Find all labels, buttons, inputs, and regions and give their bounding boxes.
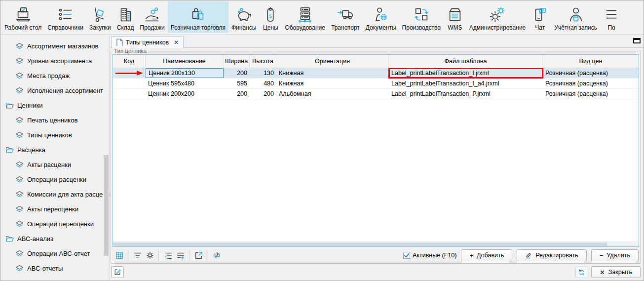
sidebar-item[interactable]: Уровни ассортимента (0, 53, 110, 68)
equipment-server-icon (297, 6, 313, 23)
module-button[interactable]: Транспорт (328, 1, 363, 33)
grid-toolbar: 123 Активные (F10) (113, 247, 639, 262)
cell-width[interactable]: 595 (224, 79, 250, 88)
sidebar-item[interactable]: Ассортимент магазинов (0, 39, 110, 53)
cell-orientation[interactable]: Книжная (276, 79, 389, 88)
sidebar-item[interactable]: Акты переоценки (0, 201, 110, 216)
module-label: Администрирование (469, 24, 526, 31)
checkbox-checked-icon[interactable] (403, 252, 410, 259)
module-button[interactable]: Учётная запись (551, 1, 600, 33)
sidebar-item[interactable]: АВС-отчеты (0, 261, 110, 276)
table-row[interactable]: Ценник 200х130200130КнижнаяLabel_printLa… (113, 68, 639, 79)
table-grid-icon[interactable] (113, 250, 126, 261)
module-label: Чат (535, 24, 545, 31)
delete-button[interactable]: − Удалить (591, 249, 639, 261)
maximize-window-icon[interactable] (633, 38, 641, 43)
module-button[interactable]: Розничная торговля (168, 1, 228, 33)
refresh-cycle-icon[interactable] (207, 250, 223, 261)
row-numbers-icon[interactable]: 123 (158, 250, 174, 261)
cell-height[interactable]: 480 (250, 79, 276, 88)
cell-code[interactable] (113, 68, 146, 78)
horizontal-scrollbar[interactable] (113, 241, 639, 246)
sidebar-item[interactable]: Операции переоценки (0, 216, 110, 231)
sidebar-item[interactable]: Операции расценки (0, 172, 110, 187)
module-button[interactable]: WMS (444, 1, 466, 33)
cell-price_type[interactable]: Розничная (расценка) (543, 79, 639, 88)
cell-code[interactable] (113, 89, 146, 99)
edit-form-button[interactable] (111, 266, 124, 278)
sidebar-item-label: Акты расценки (27, 161, 71, 168)
cell-template_file[interactable]: Label_printLabelTransaction_I_a4.jrxml (389, 79, 543, 88)
active-filter[interactable]: Активные (F10) (403, 252, 456, 259)
scrollbar-thumb[interactable] (104, 155, 109, 256)
price-tag-table: КодНаименованиеШиринаВысотаОриентацияФай… (113, 54, 639, 247)
cell-price_type[interactable]: Розничная (расценка) (543, 89, 639, 99)
module-button[interactable]: Финансы (228, 1, 259, 33)
sidebar-item[interactable]: Комиссии для акта расценки (0, 187, 110, 201)
module-label: Учётная запись (554, 24, 597, 31)
cell-orientation[interactable]: Альбомная (276, 89, 389, 99)
cell-name[interactable]: Ценник 200х130 (146, 68, 224, 78)
cell-orientation[interactable]: Книжная (276, 68, 389, 78)
tab-price-tag-types[interactable]: Типы ценников ✕ (112, 36, 184, 48)
column-header-code[interactable]: Код (113, 55, 146, 68)
sidebar-item[interactable]: Ценники (0, 98, 110, 113)
module-button[interactable]: Администрирование (466, 1, 529, 33)
tab-label: Типы ценников (126, 39, 169, 46)
sidebar-item[interactable]: Операции АВС-отчет (0, 246, 110, 261)
refresh-button[interactable] (575, 266, 588, 278)
table-row[interactable]: Ценник 595х480595480КнижнаяLabel_printLa… (113, 79, 639, 89)
module-button[interactable]: Производство (399, 1, 444, 33)
cell-height[interactable]: 200 (250, 89, 276, 99)
open-external-icon[interactable] (189, 250, 205, 261)
column-header-template_file[interactable]: Файл шаблона (389, 55, 543, 68)
module-button[interactable]: Чат (529, 1, 551, 33)
cell-template_file[interactable]: Label_printLabelTransaction_I.jrxml (389, 68, 543, 78)
module-label: Рабочий стол (4, 24, 41, 31)
module-button[interactable]: По (600, 1, 623, 33)
cell-name[interactable]: Ценник 595х480 (146, 79, 224, 88)
svg-text:$: $ (269, 12, 272, 19)
cell-price_type[interactable]: Розничная (расценка) (543, 68, 639, 78)
edit-button[interactable]: Редактировать (517, 249, 586, 261)
sidebar-item[interactable]: Расценка (0, 142, 110, 157)
add-row-icon[interactable] (174, 250, 187, 261)
column-header-name[interactable]: Наименование (146, 55, 224, 68)
sidebar-item[interactable]: Акты расценки (0, 157, 110, 172)
module-button[interactable]: Продажи (137, 1, 168, 33)
column-header-price_type[interactable]: Вид цен (543, 55, 639, 68)
close-button[interactable]: ✕ Закрыть (591, 266, 641, 278)
sidebar-item[interactable]: Печать ценников (0, 113, 110, 127)
cell-name[interactable]: Ценник 200х200 (146, 89, 224, 99)
sidebar-item[interactable]: АВС-анализ (0, 231, 110, 246)
cell-width[interactable]: 200 (224, 68, 250, 78)
add-button[interactable]: + Добавить (461, 249, 512, 261)
module-button[interactable]: Оборудование (282, 1, 328, 33)
sidebar-scrollbar[interactable] (103, 36, 109, 270)
sidebar-item[interactable]: Типы ценников (0, 127, 110, 142)
module-button[interactable]: Документы (363, 1, 399, 33)
column-header-orientation[interactable]: Ориентация (276, 55, 389, 68)
settings-icon[interactable] (144, 250, 156, 261)
scrollbar-thumb[interactable] (113, 242, 607, 246)
sidebar-item-label: АВС-анализ (17, 235, 53, 242)
column-header-width[interactable]: Ширина (224, 55, 250, 68)
module-button[interactable]: Закупки (86, 1, 114, 33)
cell-code[interactable] (113, 79, 146, 88)
close-icon[interactable]: ✕ (174, 39, 179, 46)
cell-height[interactable]: 130 (250, 68, 276, 78)
cell-width[interactable]: 200 (224, 89, 250, 99)
table-row[interactable]: Ценник 200х200200200АльбомнаяLabel_print… (113, 89, 639, 99)
sidebar-item-label: Ценники (17, 102, 42, 109)
module-button[interactable]: $ Цены (259, 1, 282, 33)
sidebar-item-label: Типы ценников (27, 131, 72, 139)
column-header-height[interactable]: Высота (250, 55, 276, 68)
app-window: Рабочий стол Справочники Закупки Склад П… (0, 0, 644, 281)
cell-template_file[interactable]: Label_printLabelTransaction_P.jrxml (389, 89, 543, 99)
module-button[interactable]: Справочники (44, 1, 86, 33)
filter-icon[interactable] (128, 250, 144, 261)
sidebar-item[interactable]: Исполнения ассортимента (0, 83, 110, 98)
module-button[interactable]: Рабочий стол (1, 1, 44, 33)
module-button[interactable]: Склад (114, 1, 137, 33)
sidebar-item[interactable]: Места продаж (0, 68, 110, 83)
